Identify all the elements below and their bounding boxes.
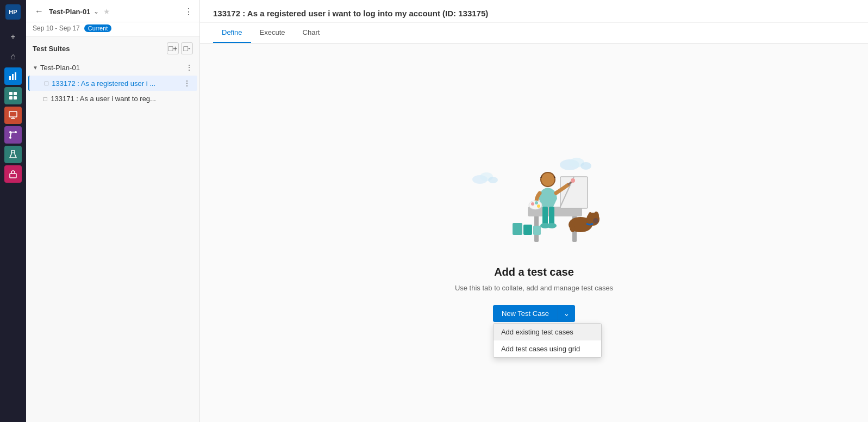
svg-point-35: [571, 178, 575, 183]
suite-icon-1: □: [43, 95, 47, 103]
svg-rect-3: [9, 92, 13, 95]
new-test-case-button[interactable]: New Test Case: [493, 305, 558, 322]
home-icon[interactable]: ⌂: [4, 48, 22, 65]
svg-rect-30: [523, 225, 532, 235]
add-suite-button[interactable]: □+: [167, 42, 179, 54]
test-icon[interactable]: [4, 146, 22, 163]
analytics-icon[interactable]: [4, 67, 22, 85]
empty-title: Add a test case: [494, 266, 574, 278]
back-button[interactable]: ←: [33, 5, 46, 17]
svg-point-38: [535, 201, 538, 204]
tab-chart[interactable]: Chart: [294, 23, 329, 43]
suite-icon-0: □: [45, 79, 48, 87]
suites-actions: □+ □-: [167, 42, 193, 54]
svg-rect-29: [513, 223, 522, 235]
add-icon[interactable]: +: [4, 28, 22, 46]
boards-icon[interactable]: [4, 87, 22, 104]
svg-rect-2: [15, 72, 16, 80]
tree-item-more-0[interactable]: ⋮: [183, 79, 191, 88]
svg-point-43: [547, 223, 557, 228]
presentation-icon[interactable]: [4, 107, 22, 124]
svg-point-33: [541, 173, 554, 186]
tree-root-more-icon[interactable]: ⋮: [185, 63, 193, 72]
tree-container: ▼ Test-Plan-01 ⋮ □ 133172 : As a registe…: [26, 58, 199, 422]
user-avatar[interactable]: HP: [5, 4, 21, 20]
svg-rect-41: [549, 207, 554, 226]
date-range: Sep 10 - Sep 17: [33, 24, 80, 32]
svg-point-12: [9, 136, 11, 139]
svg-point-20: [580, 162, 591, 170]
svg-point-47: [588, 212, 592, 220]
tab-execute[interactable]: Execute: [251, 23, 294, 43]
tree-item-label-1: 133171 : As a user i want to reg...: [51, 95, 191, 103]
svg-rect-5: [9, 96, 13, 100]
tree-root-label: Test-Plan-01: [40, 64, 80, 72]
tree-chevron-icon: ▼: [33, 65, 38, 71]
sidebar: ← Test-Plan-01 ⌄ ★ ⋮ Sep 10 - Sep 17 Cur…: [26, 0, 200, 422]
tree-item-label-0: 133172 : As a registered user i ...: [52, 79, 183, 88]
current-badge: Current: [84, 24, 112, 32]
svg-rect-40: [542, 207, 548, 226]
tree-item-133171[interactable]: □ 133171 : As a user i want to reg...: [28, 91, 197, 106]
svg-rect-7: [9, 111, 17, 117]
svg-rect-17: [10, 173, 16, 178]
svg-rect-1: [12, 74, 14, 80]
tree-root-item[interactable]: ▼ Test-Plan-01 ⋮: [26, 60, 199, 75]
dropdown-toggle-button[interactable]: ⌄: [558, 305, 575, 322]
new-test-case-btn-group: New Test Case ⌄ Add existing test cases …: [493, 305, 575, 322]
svg-point-39: [537, 204, 540, 208]
page-title: 133172 : As a registered user i want to …: [200, 0, 868, 23]
dropdown-item-grid[interactable]: Add test cases using grid: [494, 340, 601, 357]
svg-point-11: [15, 131, 17, 133]
svg-rect-6: [14, 96, 17, 100]
svg-rect-0: [9, 76, 11, 80]
tabs-bar: Define Execute Chart: [200, 23, 868, 44]
plan-dropdown-icon[interactable]: ⌄: [93, 8, 99, 15]
artifacts-icon[interactable]: [4, 165, 22, 183]
tab-define[interactable]: Define: [213, 23, 251, 43]
main-content: 133172 : As a registered user i want to …: [200, 0, 868, 422]
dropdown-menu: Add existing test cases Add test cases u…: [493, 323, 602, 358]
date-badge-row: Sep 10 - Sep 17 Current: [26, 22, 199, 37]
svg-rect-4: [14, 92, 17, 95]
empty-state: Add a test case Use this tab to collate,…: [200, 44, 868, 422]
dropdown-item-existing[interactable]: Add existing test cases: [494, 324, 601, 340]
svg-rect-31: [533, 226, 541, 235]
svg-point-23: [488, 177, 498, 183]
suites-title: Test Suites: [33, 45, 70, 53]
more-options-icon[interactable]: ⋮: [184, 7, 193, 17]
favorite-icon[interactable]: ★: [103, 7, 110, 16]
plan-name: Test-Plan-01: [49, 8, 90, 16]
tree-item-133172[interactable]: □ 133172 : As a registered user i ... ⋮: [28, 76, 197, 91]
sidebar-header: ← Test-Plan-01 ⌄ ★ ⋮: [26, 0, 199, 22]
empty-subtitle: Use this tab to collate, add and manage …: [455, 284, 613, 292]
illustration: [464, 144, 605, 253]
suites-header: Test Suites □+ □-: [26, 37, 199, 58]
icon-rail: HP + ⌂: [0, 0, 26, 422]
svg-point-48: [593, 218, 598, 224]
svg-point-37: [531, 202, 534, 206]
expand-suite-button[interactable]: □-: [181, 42, 193, 54]
repos-icon[interactable]: [4, 126, 22, 144]
